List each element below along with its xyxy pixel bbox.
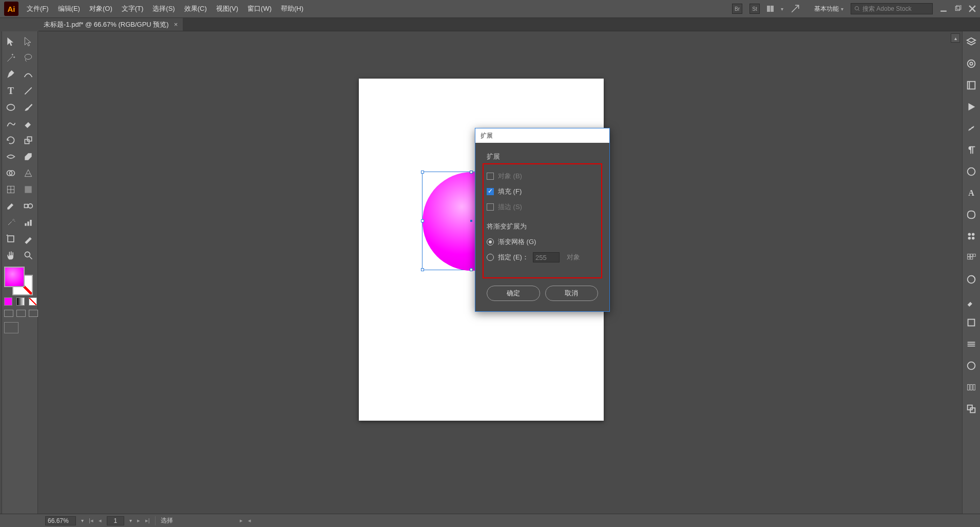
- adobe-stock-search[interactable]: 搜索 Adobe Stock: [851, 3, 933, 14]
- artboard-number-field[interactable]: 1: [107, 516, 124, 525]
- fill-swatch[interactable]: [4, 267, 25, 287]
- swatches-icon[interactable]: [966, 252, 977, 264]
- specify-unit-label: 对象: [567, 253, 580, 262]
- tool-lasso[interactable]: [20, 50, 37, 66]
- color-icon[interactable]: [966, 274, 977, 285]
- workspace-switcher[interactable]: 基本功能 ▾: [814, 5, 843, 13]
- tool-slice[interactable]: [20, 231, 37, 247]
- menu-file[interactable]: 文件(F): [27, 4, 49, 13]
- transparency-icon[interactable]: [966, 360, 977, 371]
- status-back-icon[interactable]: ◂: [248, 517, 251, 524]
- first-artboard-icon[interactable]: |◂: [89, 517, 93, 524]
- tool-artboard[interactable]: [2, 231, 20, 247]
- gradient-mode-icon[interactable]: [16, 297, 25, 306]
- menu-view[interactable]: 视图(V): [216, 4, 238, 13]
- gradient-mesh-radio[interactable]: [487, 238, 494, 246]
- ok-button[interactable]: 确定: [487, 286, 540, 301]
- paragraph-icon[interactable]: [966, 144, 977, 156]
- artboard-dropdown-icon[interactable]: ▾: [129, 518, 132, 523]
- fill-stroke-swatch[interactable]: [4, 267, 33, 295]
- specify-value-field[interactable]: 255: [533, 252, 560, 262]
- bridge-icon[interactable]: Br: [732, 4, 742, 14]
- layers-icon[interactable]: [966, 36, 977, 48]
- menu-object[interactable]: 对象(O): [89, 4, 112, 13]
- appearance-icon[interactable]: [966, 166, 977, 177]
- tool-ellipse[interactable]: [2, 99, 20, 116]
- tool-rotate[interactable]: [2, 132, 20, 148]
- menu-edit[interactable]: 编辑(E): [58, 4, 80, 13]
- menu-select[interactable]: 选择(S): [152, 4, 175, 13]
- svg-line-8: [25, 87, 31, 94]
- none-mode-icon[interactable]: [29, 297, 37, 306]
- tool-pen[interactable]: [2, 66, 20, 83]
- tool-scale[interactable]: [20, 132, 37, 148]
- gpu-icon[interactable]: [791, 4, 800, 13]
- close-icon[interactable]: [969, 5, 976, 12]
- tool-mesh[interactable]: [2, 181, 20, 198]
- menu-help[interactable]: 帮助(H): [281, 4, 303, 13]
- tool-direct-selection[interactable]: [20, 33, 37, 50]
- links-icon[interactable]: [966, 123, 977, 134]
- restore-icon[interactable]: [954, 5, 962, 12]
- arrange-dropdown-icon[interactable]: ▾: [781, 6, 783, 12]
- tool-selection[interactable]: [2, 33, 20, 50]
- brushes-icon[interactable]: [966, 295, 977, 307]
- last-artboard-icon[interactable]: ▸|: [145, 517, 150, 524]
- option-specify-row[interactable]: 指定 (E)： 255 对象: [487, 250, 598, 265]
- tool-eyedropper[interactable]: [2, 198, 20, 214]
- draw-inside-icon[interactable]: [29, 310, 38, 317]
- tool-width[interactable]: [2, 148, 20, 165]
- prev-artboard-icon[interactable]: ◂: [99, 517, 102, 524]
- tool-graph[interactable]: [20, 214, 37, 231]
- draw-behind-icon[interactable]: [16, 310, 26, 317]
- zoom-level-field[interactable]: 66.67%: [45, 516, 76, 525]
- color-mode-icon[interactable]: [4, 297, 12, 306]
- menu-type[interactable]: 文字(T): [122, 4, 144, 13]
- menu-window[interactable]: 窗口(W): [247, 4, 272, 13]
- tool-shaper[interactable]: [2, 116, 20, 132]
- transform-icon[interactable]: [966, 209, 977, 220]
- tool-free-transform[interactable]: [20, 148, 37, 165]
- canvas[interactable]: ▴ 扩展 扩展 对象 (B): [38, 31, 962, 514]
- tool-brush[interactable]: [20, 99, 37, 116]
- tool-shape-builder[interactable]: [2, 165, 20, 181]
- cancel-button[interactable]: 取消: [545, 286, 599, 301]
- next-artboard-icon[interactable]: ▸: [137, 517, 140, 524]
- cc-libraries-icon[interactable]: [966, 58, 977, 69]
- tab-close-icon[interactable]: ×: [174, 21, 178, 28]
- stock-icon[interactable]: St: [750, 4, 760, 14]
- option-gradient-mesh-row[interactable]: 渐变网格 (G): [487, 234, 598, 250]
- graphic-styles-icon[interactable]: [966, 231, 977, 242]
- document-tab[interactable]: 未标题-1.pdf* @ 66.67% (RGB/GPU 预览) ×: [39, 18, 183, 31]
- scroll-up-icon[interactable]: ▴: [951, 33, 960, 43]
- specify-radio[interactable]: [487, 254, 494, 261]
- tool-hand[interactable]: [2, 247, 20, 264]
- tool-curvature[interactable]: [20, 66, 37, 83]
- tool-magic-wand[interactable]: [2, 50, 20, 66]
- tool-perspective[interactable]: [20, 165, 37, 181]
- zoom-dropdown-icon[interactable]: ▾: [81, 518, 84, 523]
- tool-type[interactable]: T: [2, 83, 20, 99]
- option-fill-row[interactable]: 填充 (F): [487, 184, 598, 199]
- workarea: T ▴: [0, 31, 980, 514]
- menu-effect[interactable]: 效果(C): [184, 4, 207, 13]
- pathfinder-icon[interactable]: [966, 403, 977, 415]
- tool-symbol-sprayer[interactable]: [2, 214, 20, 231]
- tool-eraser[interactable]: [20, 116, 37, 132]
- draw-normal-icon[interactable]: [4, 310, 13, 317]
- minimize-icon[interactable]: [940, 5, 947, 12]
- align-icon[interactable]: [966, 382, 977, 393]
- arrange-documents-icon[interactable]: [767, 6, 774, 12]
- stroke-panel-icon[interactable]: [966, 338, 977, 350]
- tool-line[interactable]: [20, 83, 37, 99]
- fill-checkbox[interactable]: [487, 188, 494, 195]
- symbols-icon[interactable]: [966, 317, 977, 328]
- tool-gradient[interactable]: [20, 181, 37, 198]
- screen-mode-icon[interactable]: [4, 322, 18, 333]
- character-icon[interactable]: A: [966, 187, 977, 199]
- actions-play-icon[interactable]: [966, 101, 977, 112]
- tool-zoom[interactable]: [20, 247, 37, 264]
- properties-icon[interactable]: [966, 80, 977, 91]
- tool-blend[interactable]: [20, 198, 37, 214]
- status-play-icon[interactable]: ▸: [240, 517, 243, 524]
